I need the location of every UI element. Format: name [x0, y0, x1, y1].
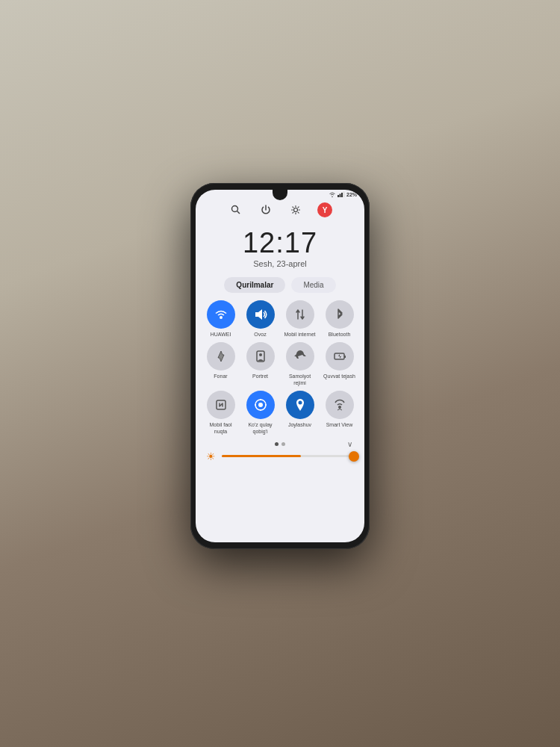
- phone-screen: 22%: [196, 190, 364, 542]
- search-icon: [231, 205, 241, 215]
- power-button[interactable]: [258, 202, 274, 218]
- svg-point-20: [298, 401, 302, 405]
- svg-rect-2: [341, 193, 343, 197]
- settings-button[interactable]: [287, 202, 304, 218]
- tile-airplane[interactable]: Samolyot rejimi: [282, 342, 317, 386]
- tile-nfc[interactable]: Mobil faol nuqta: [203, 391, 238, 435]
- arrows-icon: [292, 306, 308, 323]
- nfc-label: Mobil faol nuqta: [203, 422, 238, 435]
- brightness-slider-thumb[interactable]: [349, 451, 359, 462]
- location-tile-icon: [286, 391, 314, 419]
- svg-point-4: [232, 206, 238, 212]
- date-display: Sesh, 23-aprel: [196, 259, 364, 268]
- signal-icon: [337, 191, 345, 197]
- sound-icon: [252, 306, 269, 323]
- tile-location[interactable]: Joylashuv: [282, 391, 317, 435]
- svg-point-21: [338, 406, 341, 409]
- eye-comfort-label: Ko'z qulay qobig'i: [243, 422, 278, 435]
- tab-qurilmalar[interactable]: Qurilmalar: [224, 277, 285, 293]
- tile-flashlight[interactable]: Fonar: [203, 342, 238, 386]
- power-icon: [261, 205, 271, 215]
- wifi-status-icon: [329, 191, 336, 197]
- flashlight-label: Fonar: [214, 374, 227, 379]
- svg-rect-0: [337, 195, 339, 197]
- mobile-internet-tile-icon: [286, 300, 314, 329]
- tile-battery-save[interactable]: Quvvat tejash: [322, 342, 357, 386]
- tile-mobile-internet[interactable]: Mobil internet: [282, 300, 317, 338]
- avatar-letter: Y: [323, 206, 328, 214]
- pagination-dot-1: [275, 442, 279, 446]
- svg-point-7: [220, 316, 223, 319]
- phone-device: 22%: [190, 183, 370, 549]
- tiles-grid-row1: HUAWEI Ovoz: [196, 300, 364, 342]
- nfc-tile-icon: [207, 391, 235, 419]
- battery-save-icon: [332, 348, 348, 365]
- svg-point-6: [294, 208, 298, 212]
- location-icon: [292, 397, 308, 413]
- wifi-tile-label: HUAWEI: [211, 332, 231, 338]
- svg-point-15: [258, 403, 263, 407]
- time-section: 12:17 Sesh, 23-aprel: [196, 223, 364, 277]
- mobile-internet-label: Mobil internet: [284, 332, 315, 338]
- svg-rect-12: [344, 356, 346, 358]
- battery-save-label: Quvvat tejash: [323, 374, 355, 379]
- pagination: ∨: [196, 439, 364, 450]
- tile-portrait[interactable]: Portret: [243, 342, 278, 386]
- bluetooth-tile-icon: [326, 300, 354, 329]
- wifi-icon: [213, 306, 229, 323]
- eye-comfort-icon: [252, 397, 269, 413]
- tile-eye-comfort[interactable]: Ko'z qulay qobig'i: [243, 391, 278, 435]
- svg-marker-8: [255, 309, 262, 320]
- bluetooth-icon: [332, 306, 348, 323]
- flashlight-icon: [213, 348, 229, 365]
- tiles-grid-row3: Mobil faol nuqta Ko'z qulay qobig'i: [196, 391, 364, 439]
- airplane-icon: [292, 348, 308, 365]
- tile-bluetooth[interactable]: Bluetooth: [322, 300, 357, 338]
- gear-icon: [290, 205, 301, 215]
- tile-sound[interactable]: Ovoz: [243, 300, 278, 338]
- portrait-icon: [252, 348, 269, 365]
- tabs-row: Qurilmalar Media: [196, 277, 364, 300]
- svg-rect-3: [343, 192, 344, 198]
- tile-smart-view[interactable]: Smart View: [322, 391, 357, 435]
- user-avatar[interactable]: Y: [317, 202, 332, 217]
- wifi-tile-icon: [207, 300, 235, 329]
- top-icons-row: Y: [196, 199, 364, 223]
- brightness-slider-fill: [222, 455, 301, 457]
- bluetooth-label: Bluetooth: [329, 332, 351, 338]
- sound-tile-label: Ovoz: [254, 332, 266, 338]
- location-label: Joylashuv: [288, 422, 311, 428]
- battery-save-tile-icon: [326, 342, 354, 371]
- smart-view-icon: [332, 397, 348, 413]
- sound-tile-icon: [246, 300, 275, 329]
- svg-rect-1: [339, 194, 340, 198]
- eye-comfort-tile-icon: [246, 391, 275, 419]
- status-icons: 22%: [329, 191, 357, 197]
- airplane-label: Samolyot rejimi: [282, 374, 317, 386]
- expand-button[interactable]: ∨: [347, 440, 352, 448]
- tab-media[interactable]: Media: [291, 277, 335, 293]
- svg-point-10: [259, 353, 262, 356]
- smart-view-tile-icon: [326, 391, 354, 419]
- portrait-label: Portret: [252, 374, 268, 379]
- pagination-dot-2: [281, 442, 285, 446]
- brightness-slider-track[interactable]: [222, 455, 354, 457]
- nfc-icon: [213, 397, 229, 413]
- brightness-row: ☀: [196, 450, 364, 462]
- tile-wifi[interactable]: HUAWEI: [203, 300, 238, 338]
- brightness-icon: ☀: [206, 450, 216, 462]
- portrait-tile-icon: [246, 342, 275, 371]
- flashlight-tile-icon: [207, 342, 235, 371]
- svg-line-5: [237, 211, 240, 214]
- smart-view-label: Smart View: [326, 422, 353, 428]
- battery-text: 22%: [346, 192, 357, 197]
- airplane-tile-icon: [286, 342, 314, 371]
- tiles-grid-row2: Fonar Portret: [196, 342, 364, 391]
- search-button[interactable]: [228, 202, 244, 218]
- time-display: 12:17: [196, 229, 364, 257]
